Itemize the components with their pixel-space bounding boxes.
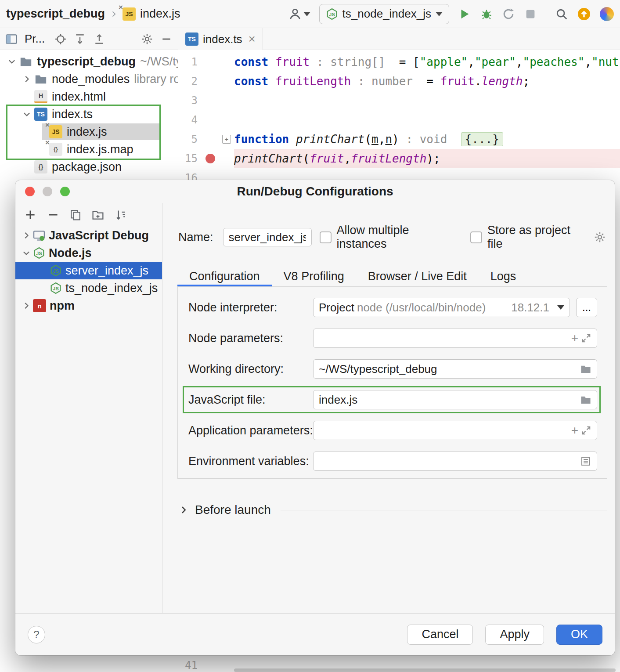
editor-bottom-strip: 41 xyxy=(178,658,620,672)
config-tree-item-ts-node-index-js[interactable]: JSts_node_index_js xyxy=(15,279,162,297)
project-tree-item-index-html[interactable]: Hindex.html xyxy=(0,88,178,105)
editor-gutter[interactable]: 4 xyxy=(178,110,234,130)
field-input-node-parameters[interactable]: + xyxy=(313,329,597,348)
field-input-working-directory[interactable]: ~/WS/typescript_debug xyxy=(313,359,597,379)
ok-button[interactable]: OK xyxy=(556,625,602,645)
stop-button[interactable] xyxy=(524,7,537,21)
code-text[interactable]: const fruit : string[] = ["apple","pear"… xyxy=(234,52,620,72)
code-text[interactable]: function printChart(m,n) : void {...} xyxy=(234,130,620,149)
project-tree-item-index-js-map[interactable]: {}×index.js.map xyxy=(0,141,178,158)
close-tab-icon[interactable]: × xyxy=(249,33,256,45)
project-tree-item-index-js[interactable]: JS×index.js xyxy=(0,123,178,141)
code-text[interactable]: printChart(fruit,fruitLength); xyxy=(234,149,620,168)
tab-configuration[interactable]: Configuration xyxy=(177,266,272,286)
expand-icon[interactable] xyxy=(581,425,591,436)
add-icon[interactable]: + xyxy=(571,332,578,344)
sort-configurations-button[interactable] xyxy=(115,209,127,221)
run-with-coverage-button[interactable] xyxy=(502,7,515,21)
config-tree-item-javascript-debug[interactable]: JavaScript Debug xyxy=(15,227,162,244)
breadcrumb-project[interactable]: typescript_debug xyxy=(6,7,105,21)
svg-text:JS: JS xyxy=(329,11,335,17)
chevron-right-icon[interactable] xyxy=(19,74,34,84)
dialog-titlebar[interactable]: Run/Debug Configurations xyxy=(15,180,615,203)
expand-all-icon[interactable] xyxy=(74,33,86,45)
locate-file-icon[interactable] xyxy=(54,33,67,45)
chevron-right-icon[interactable] xyxy=(20,301,33,311)
store-settings-gear-icon[interactable] xyxy=(594,231,606,243)
editor-gutter[interactable]: 3 xyxy=(178,91,234,110)
folder-gray-icon[interactable] xyxy=(580,394,591,405)
chevron-right-icon[interactable] xyxy=(20,231,33,240)
search-everywhere-icon[interactable] xyxy=(555,7,568,21)
code-text[interactable] xyxy=(234,110,620,130)
chevron-down-icon[interactable] xyxy=(4,57,19,66)
code-token xyxy=(447,133,461,146)
code-token: ( xyxy=(364,133,371,146)
user-menu-button[interactable] xyxy=(288,7,310,21)
store-as-project-file-checkbox[interactable] xyxy=(470,231,482,243)
horizontal-scrollbar[interactable] xyxy=(234,668,616,672)
project-tree-item-index-ts[interactable]: TSindex.ts xyxy=(0,105,178,123)
new-folder-button[interactable] xyxy=(92,209,104,221)
code-token: . xyxy=(475,75,482,88)
cancel-button[interactable]: Cancel xyxy=(407,625,473,645)
editor-gutter[interactable]: 1 xyxy=(178,52,234,72)
allow-multiple-instances-checkbox[interactable] xyxy=(320,231,332,243)
config-tree-item-server-index-js[interactable]: JSserver_index_js xyxy=(15,262,162,279)
editor-gutter[interactable]: 5+ xyxy=(178,130,234,149)
copy-configuration-button[interactable] xyxy=(70,209,81,220)
remove-configuration-button[interactable] xyxy=(47,209,59,221)
env-list-icon[interactable] xyxy=(580,455,591,467)
chevron-down-icon[interactable] xyxy=(19,109,34,119)
project-panel-title[interactable]: Pr... xyxy=(25,32,45,46)
tab-v8-profiling[interactable]: V8 Profiling xyxy=(272,266,356,286)
collapse-all-icon[interactable] xyxy=(93,33,105,45)
ide-gradient-icon[interactable] xyxy=(600,7,614,21)
chevron-down-icon[interactable] xyxy=(20,248,33,258)
project-tree-item-node-modules[interactable]: node_moduleslibrary ro xyxy=(0,70,178,88)
gear-icon[interactable] xyxy=(141,33,153,45)
hide-panel-icon[interactable] xyxy=(160,33,173,45)
tab-logs[interactable]: Logs xyxy=(479,266,528,286)
update-available-icon[interactable] xyxy=(577,7,591,21)
close-window-button[interactable] xyxy=(25,187,35,196)
field-input-application-parameters[interactable]: + xyxy=(313,421,597,440)
run-configuration-selector[interactable]: JS ts_node_index_js xyxy=(319,4,449,24)
field-label: Node parameters: xyxy=(188,332,313,345)
field-input-environment-variables[interactable] xyxy=(313,452,597,471)
code-token: : number xyxy=(358,75,413,88)
tab-browser-live-edit[interactable]: Browser / Live Edit xyxy=(356,266,479,286)
fold-toggle-icon[interactable]: + xyxy=(222,135,231,144)
debug-button[interactable] xyxy=(480,7,493,21)
zoom-window-button[interactable] xyxy=(60,187,70,196)
editor-gutter[interactable]: 2 xyxy=(178,72,234,91)
node-interpreter-select[interactable]: Project node (/usr/local/bin/node)18.12.… xyxy=(313,298,570,317)
config-tree-item-npm[interactable]: nnpm xyxy=(15,297,162,314)
apply-button[interactable]: Apply xyxy=(485,625,544,645)
field-input-javascript-file[interactable]: index.js xyxy=(313,390,597,409)
code-text[interactable]: const fruitLength : number = fruit.lengt… xyxy=(234,72,620,91)
tab-index-ts[interactable]: TS index.ts × xyxy=(178,28,263,50)
before-launch-section[interactable]: Before launch xyxy=(178,503,607,517)
help-button[interactable]: ? xyxy=(28,626,45,643)
code-text[interactable] xyxy=(234,91,620,110)
browse-interpreters-button[interactable]: ... xyxy=(576,298,597,317)
add-configuration-button[interactable] xyxy=(24,209,36,221)
run-button[interactable] xyxy=(458,7,471,21)
html-file-icon: H xyxy=(34,90,47,103)
project-tree-item-typescript-debug[interactable]: typescript_debug~/WS/ty xyxy=(0,53,178,70)
editor-gutter[interactable]: 15 xyxy=(178,149,234,168)
dialog-footer: ? Cancel Apply OK xyxy=(15,613,615,655)
store-as-project-file-label: Store as project file xyxy=(487,224,587,251)
folder-gray-icon[interactable] xyxy=(580,363,591,375)
name-input[interactable] xyxy=(223,228,312,246)
chevron-right-icon xyxy=(178,505,189,515)
code-token: fruit xyxy=(275,55,310,69)
project-tree-item-package-json[interactable]: {}package.json xyxy=(0,158,178,176)
config-tree-item-node-js[interactable]: JSNode.js xyxy=(15,244,162,262)
js-file-icon: JS× xyxy=(49,125,62,138)
breakpoint-icon[interactable] xyxy=(205,154,215,163)
add-icon[interactable]: + xyxy=(571,424,578,437)
breadcrumb-file[interactable]: index.js xyxy=(140,7,180,21)
expand-icon[interactable] xyxy=(581,333,591,343)
